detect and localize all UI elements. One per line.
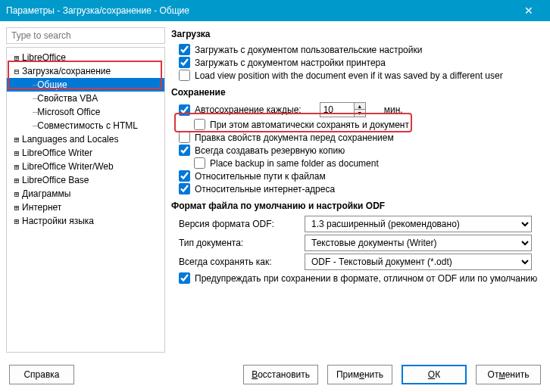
reset-button[interactable]: Восстановить: [243, 365, 318, 384]
expand-icon[interactable]: [11, 53, 22, 63]
tree-node[interactable]: LibreOffice Writer/Web: [7, 160, 164, 173]
tree-node[interactable]: LibreOffice: [7, 51, 164, 64]
row-odf-version: Версия формата ODF: 1.3 расширенный (рек…: [179, 216, 544, 232]
label-odf-version: Версия формата ODF:: [179, 219, 300, 229]
row-rel-urls[interactable]: Относительные интернет-адреса: [179, 183, 544, 194]
content-area: LibreOfficeЗагрузка/сохранение— Общие— С…: [0, 21, 550, 359]
row-backup-same-folder[interactable]: Place backup in same folder as document: [194, 157, 544, 169]
checkbox-rel-paths[interactable]: [179, 170, 190, 182]
label-backup-same-folder: Place backup in same folder as document: [210, 158, 379, 169]
ok-button[interactable]: ОК: [402, 365, 467, 384]
titlebar: Параметры - Загрузка/сохранение - Общие …: [0, 0, 550, 21]
autosave-interval-input[interactable]: [320, 103, 354, 117]
cancel-button[interactable]: Отменить: [476, 365, 541, 384]
row-edit-props[interactable]: Правка свойств документа перед сохранени…: [179, 132, 544, 143]
tree-node-label: Languages and Locales: [22, 134, 118, 145]
expand-icon[interactable]: [11, 148, 22, 158]
row-doc-type: Тип документа: Текстовые документы (Writ…: [179, 235, 544, 251]
select-doc-type[interactable]: Текстовые документы (Writer): [305, 235, 532, 251]
nav-tree[interactable]: LibreOfficeЗагрузка/сохранение— Общие— С…: [6, 47, 165, 353]
row-warn-format[interactable]: Предупреждать при сохранении в формате, …: [179, 272, 544, 284]
tree-node[interactable]: — Свойства VBA: [7, 92, 164, 105]
expand-icon[interactable]: [11, 176, 22, 185]
row-load-user-settings[interactable]: Загружать с документом пользовательские …: [179, 44, 544, 55]
row-autosave-also-doc[interactable]: При этом автоматически сохранять и докум…: [194, 119, 544, 130]
section-format-title: Формат файла по умолчанию и настройки OD…: [171, 201, 544, 211]
label-load-user-settings: Загружать с документом пользовательские …: [195, 45, 422, 55]
checkbox-load-printer-settings[interactable]: [179, 57, 190, 68]
tree-node-label: LibreOffice: [22, 52, 66, 63]
settings-panel: Загрузка Загружать с документом пользова…: [171, 27, 544, 353]
checkbox-rel-urls[interactable]: [179, 183, 190, 194]
label-warn-format: Предупреждать при сохранении в формате, …: [195, 273, 537, 284]
checkbox-autosave-also-doc[interactable]: [194, 119, 205, 130]
expand-icon[interactable]: [11, 189, 22, 199]
checkbox-edit-props[interactable]: [179, 132, 190, 143]
tree-node-label: LibreOffice Base: [22, 175, 89, 185]
tree-node-label: Свойства VBA: [37, 93, 98, 104]
tree-node[interactable]: Диаграммы: [7, 187, 164, 201]
tree-node[interactable]: Languages and Locales: [7, 132, 164, 146]
tree-node[interactable]: — Совместимость с HTML: [7, 119, 164, 132]
select-always-save-as[interactable]: ODF - Текстовый документ (*.odt): [305, 254, 532, 270]
spinner-up-icon[interactable]: ▲: [355, 103, 365, 110]
checkbox-backup-same-folder[interactable]: [194, 157, 205, 169]
section-loading-title: Загрузка: [171, 29, 544, 39]
checkbox-backup[interactable]: [179, 145, 190, 156]
label-load-printer-settings: Загружать с документом настройки принтер…: [195, 58, 386, 68]
label-always-save-as: Всегда сохранять как:: [179, 257, 300, 267]
tree-node-label: LibreOffice Writer/Web: [22, 161, 114, 172]
help-button[interactable]: Справка: [9, 365, 74, 384]
tree-node[interactable]: — Microsoft Office: [7, 105, 164, 119]
checkbox-load-user-settings[interactable]: [179, 44, 190, 55]
checkbox-load-view-position[interactable]: [179, 70, 190, 81]
label-autosave-unit: мин.: [384, 104, 403, 115]
label-backup: Всегда создавать резервную копию: [195, 145, 345, 156]
select-odf-version[interactable]: 1.3 расширенный (рекомендовано): [305, 216, 532, 232]
search-input[interactable]: [6, 27, 165, 44]
tree-node[interactable]: LibreOffice Writer: [7, 146, 164, 160]
tree-node-label: Microsoft Office: [37, 107, 100, 117]
apply-button[interactable]: Применить: [327, 365, 392, 384]
tree-node[interactable]: Интернет: [7, 201, 164, 214]
tree-node-label: Настройки языка: [22, 216, 94, 226]
tree-node-label: Интернет: [22, 202, 61, 213]
row-load-view-position[interactable]: Load view position with the document eve…: [179, 70, 544, 81]
label-edit-props: Правка свойств документа перед сохранени…: [195, 132, 394, 143]
checkbox-autosave[interactable]: [179, 104, 190, 116]
spinner-down-icon[interactable]: ▼: [355, 110, 365, 117]
tree-node-label: Диаграммы: [22, 188, 70, 199]
row-backup[interactable]: Всегда создавать резервную копию: [179, 145, 544, 156]
section-saving-title: Сохранение: [171, 87, 544, 98]
tree-node[interactable]: — Общие: [7, 78, 164, 92]
expand-icon[interactable]: [11, 203, 22, 213]
close-icon[interactable]: ✕: [514, 5, 544, 17]
checkbox-warn-format[interactable]: [179, 272, 190, 284]
tree-node-label: Совместимость с HTML: [37, 120, 138, 131]
collapse-icon[interactable]: [11, 67, 22, 76]
row-load-printer-settings[interactable]: Загружать с документом настройки принтер…: [179, 57, 544, 68]
row-autosave[interactable]: Автосохранение каждые: ▲ ▼ мин.: [179, 102, 544, 117]
autosave-interval-spinner[interactable]: ▲ ▼: [320, 102, 366, 117]
label-rel-paths: Относительные пути к файлам: [195, 171, 326, 182]
tree-node-label: Загрузка/сохранение: [22, 66, 111, 76]
label-load-view-position: Load view position with the document eve…: [195, 70, 503, 81]
sidebar: LibreOfficeЗагрузка/сохранение— Общие— С…: [6, 27, 165, 353]
label-rel-urls: Относительные интернет-адреса: [195, 184, 335, 194]
label-doc-type: Тип документа:: [179, 238, 300, 248]
tree-node[interactable]: Загрузка/сохранение: [7, 64, 164, 78]
tree-node[interactable]: Настройки языка: [7, 214, 164, 228]
expand-icon[interactable]: [11, 162, 22, 172]
expand-icon[interactable]: [11, 216, 22, 226]
label-autosave-also-doc: При этом автоматически сохранять и докум…: [210, 120, 409, 130]
tree-node[interactable]: LibreOffice Base: [7, 173, 164, 187]
tree-node-label: LibreOffice Writer: [22, 148, 92, 158]
expand-icon[interactable]: [11, 135, 22, 145]
row-always-save-as: Всегда сохранять как: ODF - Текстовый до…: [179, 254, 544, 270]
row-rel-paths[interactable]: Относительные пути к файлам: [179, 170, 544, 182]
tree-node-label: Общие: [37, 79, 67, 90]
window-title: Параметры - Загрузка/сохранение - Общие: [6, 5, 514, 16]
label-autosave: Автосохранение каждые:: [195, 104, 302, 115]
dialog-footer: Справка Восстановить Применить ОК Отмени…: [0, 359, 550, 392]
